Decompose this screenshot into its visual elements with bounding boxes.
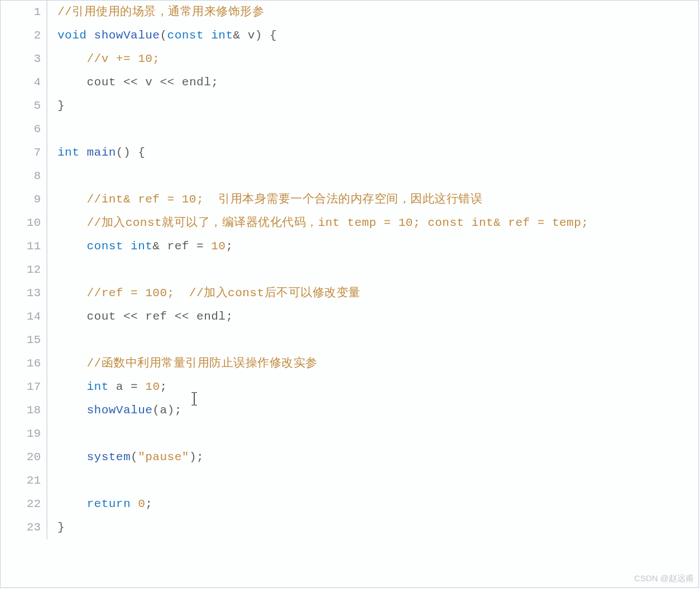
token-func: showValue [94,29,160,42]
token-plain [116,310,123,323]
token-punct: ; [226,240,233,253]
token-punct: } [57,521,65,534]
token-plain [109,380,116,393]
line-number: 11 [1,235,47,258]
token-comment: //引用使用的场景，通常用来修饰形参 [57,6,264,18]
token-number: 10 [145,380,160,393]
token-ident: cout [87,76,116,89]
line-number: 8 [1,165,47,188]
code-line: 22 return 0; [1,493,698,516]
token-ident: ref [145,310,167,323]
line-number: 3 [1,47,47,71]
code-content: } [47,516,65,539]
token-plain [57,357,87,370]
token-plain [57,193,87,206]
line-number: 18 [1,399,47,422]
code-line: 17 int a = 10; [1,375,698,399]
token-plain [57,240,87,253]
token-plain [57,380,87,393]
line-number: 22 [1,493,47,516]
token-plain [57,76,87,89]
token-type: int [57,146,79,159]
line-number: 1 [1,1,47,24]
token-func: main [87,146,116,159]
token-punct: ) { [255,29,277,42]
token-plain [87,29,94,42]
line-number: 9 [1,188,47,211]
token-string: "pause" [138,451,189,464]
token-plain [57,216,87,229]
line-number: 7 [1,141,47,165]
code-content: //函数中利用常量引用防止误操作修改实参 [47,352,318,375]
code-line: 15 [1,329,698,352]
code-content: const int& ref = 10; [47,235,233,258]
token-keyword: const [87,240,123,253]
token-number: 0 [138,498,145,510]
token-punct: << [123,76,138,89]
token-comment: //v += 10; [87,52,160,65]
code-line: 5} [1,94,698,118]
code-content: system("pause"); [47,446,204,469]
code-line: 11 const int& ref = 10; [1,235,698,258]
token-plain [131,498,138,510]
code-content: //v += 10; [47,47,160,71]
token-plain [123,380,131,393]
line-number: 19 [1,422,47,446]
token-punct: ; [145,498,152,510]
token-ident: a [116,380,123,393]
code-line: 7int main() { [1,141,698,165]
token-plain [204,240,211,253]
code-content: cout << v << endl; [47,71,218,94]
code-line: 1//引用使用的场景，通常用来修饰形参 [1,1,698,24]
token-ident: endl [196,310,226,323]
token-comment: //int& ref = 10; 引用本身需要一个合法的内存空间，因此这行错误 [87,193,482,206]
code-line: 2void showValue(const int& v) { [1,24,698,47]
code-content: //ref = 100; //加入const后不可以修改变量 [47,282,361,305]
code-content: void showValue(const int& v) { [47,24,277,47]
token-punct: << [160,76,175,89]
token-keyword: return [87,498,131,510]
token-plain [79,146,87,159]
line-number: 12 [1,258,47,282]
code-content: showValue(a); [47,399,182,422]
token-ident: cout [87,310,116,323]
token-punct: } [57,99,65,112]
line-number: 17 [1,375,47,399]
token-plain [175,76,182,89]
code-line: 10 //加入const就可以了，编译器优化代码，int temp = 10; … [1,211,698,235]
token-comment: //ref = 100; //加入const后不可以修改变量 [87,287,360,300]
token-ident: endl [182,76,211,89]
line-number: 23 [1,516,47,539]
token-comment: //加入const就可以了，编译器优化代码，int temp = 10; con… [87,216,588,229]
token-number: 10 [211,240,226,253]
code-editor: 1//引用使用的场景，通常用来修饰形参2void showValue(const… [0,0,699,588]
token-type: int [87,380,108,393]
token-punct: ; [160,380,167,393]
token-punct: << [175,310,189,323]
token-plain [241,29,248,42]
token-punct: << [123,310,138,323]
code-line: 14 cout << ref << endl; [1,305,698,329]
token-plain [57,451,87,464]
token-plain [160,240,167,253]
code-line: 16 //函数中利用常量引用防止误操作修改实参 [1,352,698,375]
token-func: showValue [87,404,152,417]
code-content: int a = 10; [47,375,167,399]
token-plain [57,52,87,65]
token-punct: = [131,380,138,393]
token-plain [138,76,145,89]
code-content: //加入const就可以了，编译器优化代码，int temp = 10; con… [47,211,588,235]
code-content: //引用使用的场景，通常用来修饰形参 [47,1,264,24]
code-line: 12 [1,258,698,282]
code-line: 13 //ref = 100; //加入const后不可以修改变量 [1,282,698,305]
code-line: 4 cout << v << endl; [1,71,698,94]
token-punct: ); [167,404,182,417]
token-punct: ( [160,29,167,42]
code-line: 3 //v += 10; [1,47,698,71]
token-plain [189,240,196,253]
token-punct: = [196,240,204,253]
token-keyword: void [57,29,87,42]
line-number: 15 [1,329,47,352]
code-content: } [47,94,65,118]
code-line: 20 system("pause"); [1,446,698,469]
